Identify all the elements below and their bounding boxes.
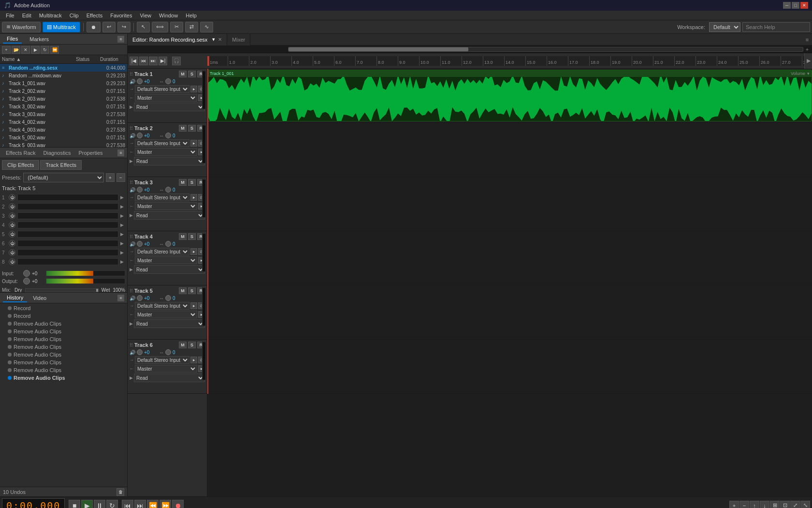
tool-razor[interactable]: ✂ <box>170 22 183 32</box>
mix-slider-thumb[interactable] <box>96 289 98 292</box>
maximize-button[interactable]: □ <box>792 2 799 9</box>
file-item[interactable]: ♪Track 5_002.wav0:07.151 <box>0 134 127 141</box>
menu-item-effects[interactable]: Effects <box>83 12 106 19</box>
input-select[interactable]: Default Stereo Input <box>135 356 189 364</box>
editor-tab-close[interactable]: ✕ <box>218 37 222 42</box>
input-knob[interactable] <box>23 270 30 277</box>
zoom-sel-btn[interactable]: ⊡ <box>780 501 790 508</box>
history-menu-button[interactable]: ≡ <box>117 295 124 301</box>
redo-button[interactable]: ↪ <box>117 22 130 32</box>
slot-bar[interactable] <box>17 258 118 265</box>
solo-button[interactable]: S <box>188 342 196 348</box>
solo-button[interactable]: S <box>188 233 196 240</box>
tab-markers[interactable]: Markers <box>26 35 53 43</box>
input-select[interactable]: Default Stereo Input <box>135 194 189 201</box>
track-effects-button[interactable]: Track Effects <box>40 160 82 170</box>
input-select[interactable]: Default Stereo Input <box>135 85 189 93</box>
file-item[interactable]: ♪Track 3_003.wav0:27.538 <box>0 110 127 118</box>
record-button[interactable]: ⏺ <box>87 22 101 32</box>
history-item[interactable]: Record <box>0 304 127 312</box>
zoom-x2-btn[interactable]: ⤢ <box>790 501 800 508</box>
menu-item-window[interactable]: Window <box>155 12 182 19</box>
history-trash-btn[interactable]: 🗑 <box>116 488 124 496</box>
ruler-scroll-right[interactable]: ▶ <box>804 53 812 69</box>
slot-arrow[interactable]: ▶ <box>118 213 125 218</box>
volume-knob[interactable] <box>137 133 143 138</box>
slot-bar[interactable] <box>17 203 118 210</box>
presets-del-btn[interactable]: − <box>116 173 125 182</box>
slot-arrow[interactable]: ▶ <box>118 204 125 209</box>
file-item[interactable]: ♪Track 2_003.wav0:27.538 <box>0 95 127 103</box>
input-settings-btn[interactable]: ▸ <box>190 86 197 92</box>
tool-select[interactable]: ↖ <box>137 22 150 32</box>
zoom-out-time-btn[interactable]: − <box>740 501 749 508</box>
files-close-btn[interactable]: ✕ <box>21 46 30 54</box>
slot-power-btn[interactable]: ⏻ <box>9 231 15 238</box>
effects-menu-button[interactable]: ≡ <box>117 149 124 156</box>
input-settings-btn[interactable]: ▸ <box>190 302 197 309</box>
editor-tabs-menu[interactable]: ≡ <box>802 34 812 45</box>
track-drag-handle[interactable]: ⠿ <box>130 180 133 185</box>
stop-btn[interactable]: ■ <box>69 500 80 508</box>
panel-menu-button[interactable]: ≡ <box>117 36 124 43</box>
slot-bar[interactable] <box>17 194 118 201</box>
fast-forward-btn[interactable]: ⏭ <box>149 57 158 65</box>
history-item[interactable]: Remove Audio Clips <box>0 320 127 328</box>
ruler-track[interactable]: 1ms1.02.03.04.05.06.07.08.09.010.011.012… <box>207 56 804 66</box>
zoom-out-amp-btn[interactable]: ↓ <box>760 501 769 508</box>
history-item[interactable]: Remove Audio Clips <box>0 343 127 351</box>
undo-button[interactable]: ↩ <box>102 22 116 32</box>
slot-bar[interactable] <box>17 222 118 228</box>
tab-mixer[interactable]: Mixer <box>227 34 250 45</box>
input-select[interactable]: Default Stereo Input <box>135 302 189 310</box>
menu-item-view[interactable]: View <box>136 12 155 19</box>
files-new-btn[interactable]: + <box>2 46 11 54</box>
slot-power-btn[interactable]: ⏻ <box>9 258 15 265</box>
menu-item-clip[interactable]: Clip <box>66 12 83 19</box>
slot-bar[interactable] <box>17 240 118 247</box>
file-item[interactable]: ♪Track 5_003.wav0:27.538 <box>0 141 127 147</box>
menu-item-favorites[interactable]: Favorites <box>106 12 136 19</box>
pan-knob[interactable] <box>165 78 171 84</box>
pan-knob[interactable] <box>165 133 171 138</box>
close-button[interactable]: ✕ <box>800 2 808 9</box>
solo-button[interactable]: S <box>188 179 196 186</box>
input-settings-btn[interactable]: ▸ <box>190 357 197 363</box>
tab-properties[interactable]: Properties <box>75 149 105 157</box>
slot-power-btn[interactable]: ⏻ <box>9 222 15 228</box>
minimize-button[interactable]: ─ <box>783 2 791 9</box>
solo-button[interactable]: S <box>188 287 196 294</box>
output-select[interactable]: Master <box>135 365 197 373</box>
files-play-btn[interactable]: ▶ <box>31 46 40 54</box>
slot-arrow[interactable]: ▶ <box>118 241 125 246</box>
input-settings-btn[interactable]: ▸ <box>190 194 197 201</box>
volume-knob[interactable] <box>137 241 143 247</box>
menu-item-help[interactable]: Help <box>182 12 201 19</box>
file-item[interactable]: ♪Track 4_003.wav0:27.538 <box>0 126 127 134</box>
rewind-btn[interactable]: ⏮ <box>139 57 148 65</box>
multitrack-button[interactable]: ▤ Multitrack <box>43 22 80 32</box>
mute-button[interactable]: M <box>179 125 187 132</box>
volume-knob[interactable] <box>137 349 143 355</box>
play-btn[interactable]: ▶ <box>81 500 93 508</box>
slot-power-btn[interactable]: ⏻ <box>9 249 15 256</box>
file-item[interactable]: ♪Track 1_001.wav0:29.233 <box>0 79 127 87</box>
tab-effects-rack[interactable]: Effects Rack <box>3 149 39 157</box>
solo-button[interactable]: S <box>188 125 196 132</box>
workspace-select[interactable]: Default <box>709 22 740 32</box>
mute-button[interactable]: M <box>179 179 187 186</box>
history-item[interactable]: Remove Audio Clips <box>0 351 127 359</box>
tool-fade[interactable]: ∿ <box>200 22 213 32</box>
scroll-track[interactable] <box>288 47 803 52</box>
mute-button[interactable]: M <box>179 233 187 240</box>
files-autoplay-btn[interactable]: ⏩ <box>50 46 59 54</box>
tab-editor[interactable]: Editor: Random Recording.sesx ▾ ✕ <box>128 34 227 45</box>
output-select[interactable]: Master <box>135 94 197 102</box>
slot-bar[interactable] <box>17 212 118 219</box>
file-item[interactable]: ♪Track 4_002.wav0:07.151 <box>0 118 127 126</box>
file-item[interactable]: ♪Track 3_002.wav0:07.151 <box>0 103 127 110</box>
solo-button[interactable]: S <box>188 71 196 77</box>
history-item[interactable]: Remove Audio Clips <box>0 328 127 335</box>
tool-slip[interactable]: ⇄ <box>185 22 198 32</box>
slot-arrow[interactable]: ▶ <box>118 195 125 200</box>
